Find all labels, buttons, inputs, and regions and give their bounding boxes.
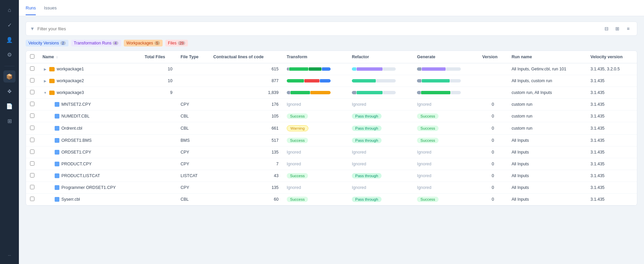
file-name: PRODUCT.CPY [61, 162, 92, 166]
row-checkbox[interactable] [30, 66, 34, 71]
row-checkbox-cell [26, 87, 38, 99]
row-velocity-version: 3.1.435 [586, 99, 637, 110]
row-checkbox-cell [26, 146, 38, 158]
row-file-type [176, 87, 209, 99]
expand-button[interactable]: ▶ [43, 66, 48, 72]
row-run-name: All Inputs [507, 158, 586, 170]
file-name: PRODUCT.LISTCAT [61, 173, 100, 178]
filter-input[interactable] [37, 26, 599, 31]
file-icon [55, 102, 59, 107]
row-checkbox[interactable] [30, 138, 34, 142]
users-icon[interactable]: 👤 [3, 34, 16, 46]
row-run-name: All Inputs, Getinv.cbl, run 101 [507, 63, 586, 75]
header-file-type[interactable]: File Type [176, 51, 209, 63]
row-checkbox-cell [26, 182, 38, 194]
document-icon[interactable]: 📄 [3, 100, 16, 112]
row-checkbox[interactable] [30, 126, 34, 130]
home-icon[interactable]: ⌂ [3, 4, 16, 16]
tag-files[interactable]: Files 29 [165, 40, 188, 46]
header-total-files[interactable]: Total Files [141, 51, 177, 63]
grid-icon[interactable]: ⊞ [3, 115, 16, 127]
row-file-type: CBL [176, 122, 209, 135]
header-loc[interactable]: Contractual lines of code [209, 51, 283, 63]
row-checkbox[interactable] [30, 197, 34, 201]
row-velocity-version: 3.1.435 [586, 146, 637, 158]
tag-workpackages[interactable]: Workpackages 5 [124, 40, 163, 46]
row-name: PRODUCT.CPY [38, 158, 141, 170]
row-total-files: 10 [141, 63, 177, 75]
puzzle-icon[interactable]: ❖ [3, 85, 16, 97]
select-all-checkbox[interactable] [30, 54, 34, 59]
file-name: ORDSET1.CPY [61, 150, 91, 155]
row-total-files [141, 182, 177, 194]
row-checkbox[interactable] [30, 173, 34, 177]
row-velocity-version: 3.1.435 [586, 87, 637, 99]
view-toggle-icon[interactable]: ⊟ [602, 24, 611, 33]
row-checkbox[interactable] [30, 102, 34, 106]
layout-icon[interactable]: ⊞ [613, 24, 622, 33]
more-button[interactable]: ··· [5, 251, 13, 260]
row-version: 0 [478, 146, 508, 158]
tab-runs[interactable]: Runs [26, 1, 36, 15]
row-checkbox[interactable] [30, 185, 34, 189]
row-checkbox-cell [26, 194, 38, 205]
header-name[interactable]: Name ↕ [38, 51, 141, 63]
expand-button[interactable]: ▼ [43, 90, 48, 95]
status-badge-success: Success [417, 197, 438, 202]
table-row: NUMEDIT.CBL CBL 105 Success Pass through… [26, 110, 637, 122]
row-total-files [141, 122, 177, 135]
menu-icon[interactable]: ≡ [623, 24, 633, 33]
row-file-type: CBL [176, 110, 209, 122]
status-badge-ignored: Ignored [352, 162, 366, 166]
row-transform [283, 87, 348, 99]
settings-icon[interactable]: ⚙ [3, 48, 16, 61]
tag-velocity-versions[interactable]: Velocity Versions 2 [26, 40, 68, 46]
package-icon[interactable]: 📦 [3, 70, 16, 82]
row-checkbox[interactable] [30, 150, 34, 154]
row-velocity-version: 3.1.435 [586, 75, 637, 87]
row-refactor: Ignored [348, 158, 413, 170]
tab-issues[interactable]: Issues [44, 1, 57, 15]
table-row: ▶ workpackage2 10 877 All Inputs, custom… [26, 75, 637, 87]
row-generate: Ignored [413, 99, 478, 110]
row-checkbox[interactable] [30, 78, 34, 82]
row-run-name: custom run [507, 122, 586, 135]
row-refactor: Pass through [348, 135, 413, 146]
row-generate: Ignored [413, 170, 478, 182]
header-refactor[interactable]: Refactor [348, 51, 413, 63]
row-refactor: Pass through [348, 194, 413, 205]
check-icon[interactable]: ✓ [3, 19, 16, 31]
row-generate [413, 75, 478, 87]
row-checkbox-cell [26, 110, 38, 122]
header-version[interactable]: Version [478, 51, 508, 63]
sidebar: ⌂ ✓ 👤 ⚙ 📦 ❖ 📄 ⊞ ··· [0, 0, 19, 264]
row-transform: Success [283, 170, 348, 182]
table-row: ▶ workpackage1 10 615 All Inputs, Getinv… [26, 63, 637, 75]
tag-files-label: Files [168, 41, 176, 45]
file-icon [55, 126, 59, 131]
row-checkbox[interactable] [30, 161, 34, 166]
file-icon [55, 150, 59, 155]
row-run-name: custom run, All Inputs [507, 87, 586, 99]
header-transform[interactable]: Transform [283, 51, 348, 63]
row-name: Ordrent.cbl [38, 122, 141, 135]
row-run-name: All Inputs, custom run [507, 75, 586, 87]
sort-name-icon[interactable]: ↕ [56, 55, 58, 59]
expand-button[interactable]: ▶ [43, 78, 48, 84]
row-checkbox[interactable] [30, 90, 34, 94]
row-file-type [176, 63, 209, 75]
row-version [478, 75, 508, 87]
table-row: ▼ workpackage3 9 1,839 custom run, All I… [26, 87, 637, 99]
row-checkbox[interactable] [30, 113, 34, 118]
header-generate[interactable]: Generate [413, 51, 478, 63]
status-badge-pass: Pass through [352, 113, 382, 119]
row-loc: 661 [209, 122, 283, 135]
row-refactor: Pass through [348, 170, 413, 182]
header-velocity-version[interactable]: Velocity version [586, 51, 637, 63]
row-name: Programmer ORDSET1.CPY [38, 182, 141, 194]
row-generate [413, 63, 478, 75]
row-run-name: custom run [507, 99, 586, 110]
header-run-name[interactable]: Run name [507, 51, 586, 63]
tag-transformation-runs[interactable]: Transformation Runs 4 [71, 40, 121, 46]
row-name: ▼ workpackage3 [38, 87, 141, 99]
